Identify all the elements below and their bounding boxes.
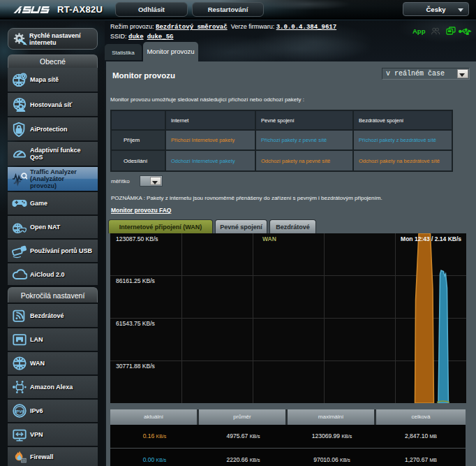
svg-text:123087.50 KB/s: 123087.50 KB/s [116, 235, 158, 242]
svg-text:IPV6: IPV6 [15, 409, 24, 414]
svg-text:WAN: WAN [262, 235, 276, 242]
svg-text:61543.75 KB/s: 61543.75 KB/s [116, 320, 155, 327]
svg-text:86161.25 KB/s: 86161.25 KB/s [116, 277, 155, 284]
svg-text:30771.88 KB/s: 30771.88 KB/s [116, 363, 155, 370]
svg-text:Mon 12:43 / 2.14 KB/s: Mon 12:43 / 2.14 KB/s [401, 235, 461, 242]
